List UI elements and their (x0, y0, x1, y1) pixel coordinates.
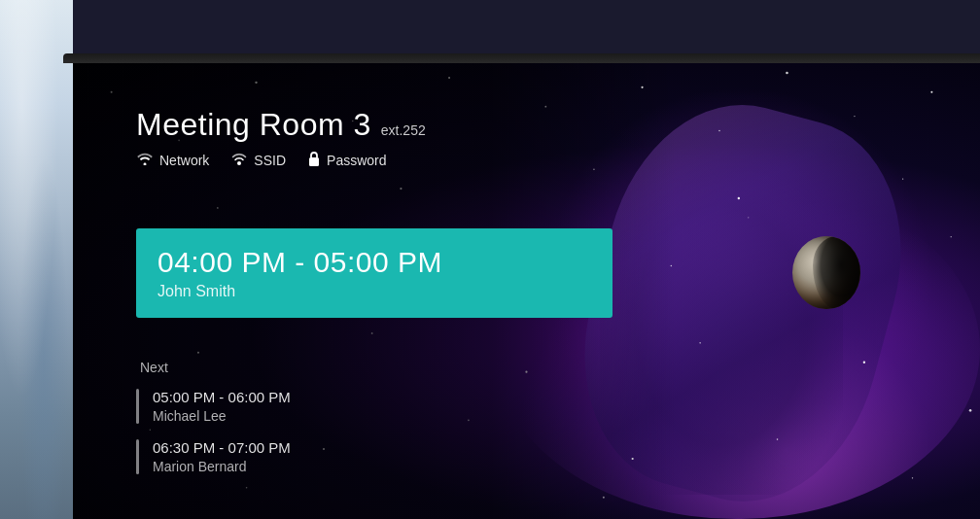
network-label: Network (159, 153, 209, 168)
room-title-row: Meeting Room 3 ext.252 (136, 107, 426, 143)
password-meta-item: Password (307, 151, 386, 170)
upcoming-item-2: 06:30 PM - 07:00 PM Marion Bernard (136, 439, 612, 474)
svg-point-7 (718, 130, 720, 132)
network-meta-item: Network (136, 152, 209, 169)
svg-point-34 (748, 217, 749, 218)
password-label: Password (327, 153, 386, 168)
upcoming-item-2-person: Marion Bernard (153, 459, 291, 474)
svg-point-37 (912, 477, 913, 478)
room-info: Meeting Room 3 ext.252 Network (136, 107, 426, 170)
svg-point-25 (699, 342, 701, 344)
svg-rect-39 (309, 157, 319, 166)
ssid-label: SSID (254, 153, 286, 168)
current-booking-time: 04:00 PM - 05:00 PM (158, 246, 591, 279)
upcoming-item-1-time: 05:00 PM - 06:00 PM (153, 389, 291, 405)
svg-point-32 (969, 409, 972, 412)
room-ext: ext.252 (381, 122, 426, 138)
upcoming-item-2-border (136, 439, 139, 474)
active-booking-card: 04:00 PM - 05:00 PM John Smith (136, 228, 612, 318)
svg-point-9 (854, 116, 855, 117)
svg-point-14 (738, 197, 740, 199)
upcoming-item-1-person: Michael Lee (153, 408, 291, 424)
upcoming-item-1-border (136, 389, 139, 424)
ssid-icon (230, 152, 248, 169)
moon (792, 236, 860, 309)
office-background-strip (0, 0, 73, 519)
tv-screen: Meeting Room 3 ext.252 Network (63, 63, 980, 519)
upcoming-item-1-content: 05:00 PM - 06:00 PM Michael Lee (153, 389, 291, 424)
svg-point-21 (951, 236, 952, 237)
svg-point-10 (930, 91, 932, 93)
lock-icon (307, 151, 321, 170)
current-booking-person: John Smith (158, 283, 591, 300)
upcoming-item-2-content: 06:30 PM - 07:00 PM Marion Bernard (153, 439, 291, 474)
upcoming-item-1: 05:00 PM - 06:00 PM Michael Lee (136, 389, 612, 424)
current-booking: 04:00 PM - 05:00 PM John Smith (136, 228, 612, 318)
svg-point-8 (786, 72, 788, 75)
next-section: Next 05:00 PM - 06:00 PM Michael Lee 06:… (136, 360, 612, 490)
wifi-icon (136, 152, 154, 169)
upcoming-item-2-time: 06:30 PM - 07:00 PM (153, 439, 291, 456)
room-title: Meeting Room 3 (136, 107, 371, 143)
svg-point-15 (902, 178, 903, 179)
next-label: Next (136, 360, 612, 375)
svg-point-38 (237, 161, 241, 165)
svg-point-26 (863, 362, 865, 363)
tv-bezel-top (63, 53, 980, 63)
room-meta: Network SSID (136, 151, 426, 170)
svg-point-31 (777, 438, 779, 440)
ssid-meta-item: SSID (230, 152, 286, 169)
